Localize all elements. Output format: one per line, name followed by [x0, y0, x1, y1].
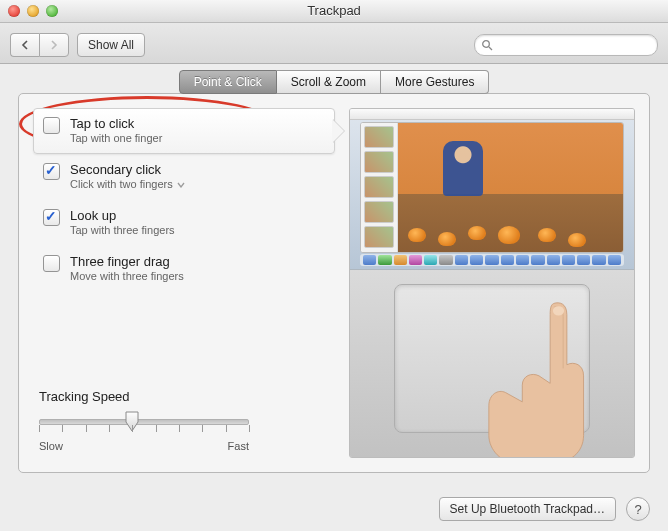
option-title: Tap to click: [70, 116, 162, 132]
option-checkbox[interactable]: [43, 117, 60, 134]
slider-tick: [156, 425, 157, 432]
svg-point-2: [553, 306, 564, 315]
option-texts: Tap to click Tap with one finger: [70, 116, 162, 146]
window-title: Trackpad: [0, 3, 668, 18]
slider-tick: [249, 425, 250, 432]
tab-scroll-and-zoom[interactable]: Scroll & Zoom: [277, 70, 381, 94]
content-area: Point & Click Scroll & Zoom More Gesture…: [0, 58, 668, 531]
preview-photo: [398, 123, 623, 252]
setup-bluetooth-trackpad-button[interactable]: Set Up Bluetooth Trackpad…: [439, 497, 616, 521]
slider-tick: [86, 425, 87, 432]
search-field[interactable]: [474, 34, 658, 56]
slider-tick: [202, 425, 203, 432]
slider-max-label: Fast: [228, 440, 249, 452]
tracking-speed-label: Tracking Speed: [39, 389, 249, 404]
option-tap-to-click[interactable]: Tap to click Tap with one finger: [33, 108, 335, 154]
svg-line-1: [489, 47, 492, 50]
back-button[interactable]: [10, 33, 39, 57]
option-subtitle: Move with three fingers: [70, 270, 184, 284]
search-icon: [481, 39, 493, 51]
slider-tick: [132, 425, 133, 432]
tab-point-and-click[interactable]: Point & Click: [179, 70, 277, 94]
option-title: Three finger drag: [70, 254, 184, 270]
tracking-speed-slider[interactable]: [39, 412, 249, 432]
slider-tick: [179, 425, 180, 432]
slider-tick: [62, 425, 63, 432]
option-checkbox[interactable]: [43, 255, 60, 272]
preview-desktop: [350, 109, 634, 270]
settings-panel: Tap to click Tap with one finger Seconda…: [18, 93, 650, 473]
hand-icon: [474, 296, 604, 458]
option-subtitle: Tap with one finger: [70, 132, 162, 146]
option-subtitle[interactable]: Click with two fingers: [70, 178, 185, 192]
preview-thumbnails: [361, 123, 398, 252]
gesture-option-list: Tap to click Tap with one finger Seconda…: [33, 108, 335, 292]
tab-label: More Gestures: [395, 75, 474, 89]
help-button[interactable]: ?: [626, 497, 650, 521]
option-checkbox[interactable]: [43, 163, 60, 180]
slider-track: [39, 419, 249, 425]
bottom-bar: Set Up Bluetooth Trackpad… ?: [18, 497, 650, 521]
setup-bluetooth-label: Set Up Bluetooth Trackpad…: [450, 502, 605, 516]
option-subtitle: Tap with three fingers: [70, 224, 175, 238]
option-checkbox[interactable]: [43, 209, 60, 226]
option-texts: Look up Tap with three fingers: [70, 208, 175, 238]
options-column: Tap to click Tap with one finger Seconda…: [33, 108, 335, 458]
option-subtitle-text: Click with two fingers: [70, 178, 173, 192]
option-texts: Secondary click Click with two fingers: [70, 162, 185, 192]
nav-segmented-control: [10, 33, 69, 57]
preview-menubar: [350, 109, 634, 120]
tab-more-gestures[interactable]: More Gestures: [381, 70, 489, 94]
option-secondary-click[interactable]: Secondary click Click with two fingers: [33, 154, 335, 200]
tracking-speed-group: Tracking Speed: [33, 389, 255, 458]
svg-point-0: [483, 41, 490, 48]
show-all-button[interactable]: Show All: [77, 33, 145, 57]
preview-trackpad: [350, 270, 634, 457]
preview-app-window: [360, 122, 624, 253]
search-input[interactable]: [497, 37, 651, 53]
tab-label: Point & Click: [194, 75, 262, 89]
slider-min-label: Slow: [39, 440, 63, 452]
option-title: Look up: [70, 208, 175, 224]
option-three-finger-drag[interactable]: Three finger drag Move with three finger…: [33, 246, 335, 292]
help-icon: ?: [634, 502, 641, 517]
chevron-down-icon: [177, 178, 185, 192]
chevron-left-icon: [21, 40, 29, 50]
tab-bar: Point & Click Scroll & Zoom More Gesture…: [18, 70, 650, 94]
slider-end-labels: Slow Fast: [39, 440, 249, 452]
option-title: Secondary click: [70, 162, 185, 178]
slider-tick: [226, 425, 227, 432]
preview-dock: [360, 254, 624, 266]
gesture-preview-video: [349, 108, 635, 458]
slider-tick: [39, 425, 40, 432]
system-preferences-window: Trackpad Show All: [0, 0, 668, 531]
option-look-up[interactable]: Look up Tap with three fingers: [33, 200, 335, 246]
slider-tick: [109, 425, 110, 432]
titlebar: Trackpad: [0, 0, 668, 23]
preview-column: [349, 108, 635, 458]
option-texts: Three finger drag Move with three finger…: [70, 254, 184, 284]
show-all-label: Show All: [88, 38, 134, 52]
chevron-right-icon: [50, 40, 58, 50]
forward-button[interactable]: [39, 33, 69, 57]
tab-label: Scroll & Zoom: [291, 75, 366, 89]
